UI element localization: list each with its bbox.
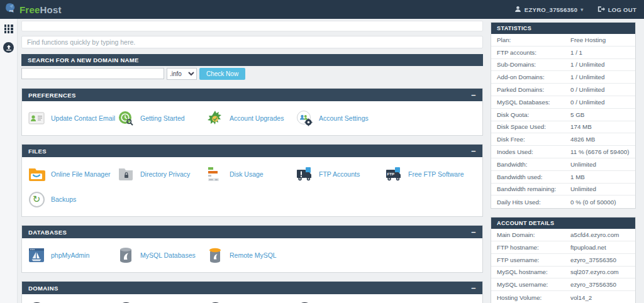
domains-panel: DOMAINS – .com + Addon Domains sub. Sub … bbox=[21, 281, 483, 303]
quick-find bbox=[21, 36, 483, 48]
item-backups[interactable]: ↻ Backups bbox=[27, 187, 116, 212]
mysql-databases-icon bbox=[116, 246, 135, 264]
tld-select[interactable]: .info bbox=[167, 68, 197, 80]
stat-row-bandwidth-used: Bandwidth used: 1 MB bbox=[491, 171, 635, 184]
brand-logo[interactable]: ro FreeHost bbox=[4, 2, 62, 18]
item-label: Update Contact Email bbox=[51, 114, 115, 122]
stat-row-addon-domains: Add-on Domains: 1 / Unlimited bbox=[491, 71, 635, 84]
stat-row-ftp-accounts: FTP accounts: 1 / 1 bbox=[491, 47, 635, 59]
stat-row-mysql-databases: MySQL Databases: 0 / Unlimited bbox=[491, 96, 635, 109]
directory-privacy-icon bbox=[116, 165, 135, 183]
detail-row-mysql-username: MySQL username: ezyro_37556350 bbox=[491, 278, 635, 291]
logout-icon bbox=[597, 6, 605, 14]
check-now-button[interactable]: Check Now bbox=[199, 68, 245, 80]
item-getting-started[interactable]: Getting Started bbox=[116, 106, 206, 131]
stat-row-plan: Plan: Free Hosting bbox=[491, 34, 635, 47]
quick-find-input[interactable] bbox=[21, 36, 483, 48]
logout-button[interactable]: LOG OUT bbox=[597, 6, 636, 14]
databases-panel: DATABASES – phpMyAdmin bbox=[21, 225, 483, 273]
backups-icon: ↻ bbox=[27, 190, 46, 208]
stat-row-bandwidth-remaining: Bandwidth remaining: Unlimited bbox=[491, 184, 635, 196]
statistics-card: STATISTICS Plan: Free Hosting FTP accoun… bbox=[491, 22, 636, 209]
collapse-icon[interactable]: – bbox=[471, 285, 476, 291]
file-manager-icon bbox=[27, 165, 46, 183]
detail-row-ftp-hostname: FTP hostname: ftpupload.net bbox=[491, 241, 635, 254]
stat-row-parked-domains: Parked Domains: 0 / Unlimited bbox=[491, 84, 635, 96]
account-details-header: ACCOUNT DETAILS bbox=[491, 218, 635, 229]
upload-icon[interactable] bbox=[3, 42, 14, 53]
disk-usage-icon bbox=[206, 165, 225, 183]
item-phpmyadmin[interactable]: phpMyAdmin bbox=[27, 243, 116, 268]
getting-started-icon bbox=[116, 109, 135, 127]
files-panel-header[interactable]: FILES – bbox=[22, 145, 482, 157]
preferences-title: PREFERENCES bbox=[28, 92, 76, 99]
stat-row-disk-quota: Disk Quota: 5 GB bbox=[491, 109, 635, 121]
svg-text:FTP: FTP bbox=[387, 172, 394, 176]
backup-arrow-glyph: ↻ bbox=[29, 192, 45, 207]
item-label: Free FTP Software bbox=[408, 170, 464, 178]
ftp-accounts-icon bbox=[295, 165, 314, 183]
user-account-menu[interactable]: EZYRO_37556350 ▾ bbox=[514, 6, 584, 14]
free-ftp-software-icon: FTP bbox=[384, 165, 403, 183]
files-panel: FILES – Online File Manager bbox=[21, 144, 483, 217]
files-title: FILES bbox=[28, 148, 47, 155]
stat-row-sub-domains: Sub-Domains: 1 / Unlimited bbox=[491, 59, 635, 72]
collapse-icon[interactable]: – bbox=[471, 148, 476, 154]
main-content: SEARCH FOR A NEW DOMAIN NAME .info Check… bbox=[21, 21, 483, 303]
item-aliases[interactable]: .com = Aliases (Parked Domains) bbox=[206, 299, 295, 303]
item-label: MySQL Databases bbox=[140, 251, 196, 259]
detail-row-hosting-volume: Hosting Volume: vol14_2 bbox=[491, 291, 635, 303]
stat-row-bandwidth: Bandwidth: Unlimited bbox=[491, 158, 635, 171]
item-update-contact-email[interactable]: Update Contact Email bbox=[27, 106, 116, 131]
detail-row-mysql-hostname: MySQL hostname: sql207.ezyro.com bbox=[491, 267, 635, 279]
databases-panel-header[interactable]: DATABASES – bbox=[22, 226, 482, 238]
stat-row-disk-space-used: Disk Space Used: 174 MB bbox=[491, 121, 635, 134]
item-label: Disk Usage bbox=[230, 170, 264, 178]
item-remote-mysql[interactable]: Remote MySQL bbox=[206, 243, 295, 268]
item-disk-usage[interactable]: Disk Usage bbox=[206, 162, 295, 187]
stat-row-daily-hits: Daily Hits Used: 0 % (0 of 50000) bbox=[491, 196, 635, 208]
detail-row-main-domain: Main Domain: a5cfd4.ezyro.com bbox=[491, 229, 635, 241]
item-addon-domains[interactable]: .com + Addon Domains bbox=[27, 299, 116, 303]
item-account-settings[interactable]: Account Settings bbox=[295, 106, 384, 131]
item-label: Getting Started bbox=[140, 114, 185, 122]
domains-title: DOMAINS bbox=[28, 285, 58, 292]
item-label: phpMyAdmin bbox=[51, 251, 89, 259]
item-redirects[interactable]: .com → Redirects bbox=[295, 299, 384, 303]
top-header-bar: ro FreeHost EZYRO_37556350 ▾ bbox=[0, 0, 644, 19]
collapse-icon[interactable]: – bbox=[471, 229, 476, 235]
domain-search-form: .info Check Now bbox=[21, 67, 483, 80]
brand-text-host: Host bbox=[40, 4, 62, 15]
detail-row-ftp-username: FTP username: ezyro_37556350 bbox=[491, 254, 635, 267]
item-online-file-manager[interactable]: Online File Manager bbox=[27, 162, 116, 187]
databases-title: DATABASES bbox=[28, 229, 67, 236]
contact-email-icon bbox=[27, 109, 46, 127]
account-upgrades-icon bbox=[206, 109, 225, 127]
item-sub-domains[interactable]: sub. Sub Domains bbox=[116, 299, 206, 303]
item-ftp-accounts[interactable]: FTP Accounts bbox=[295, 162, 384, 187]
left-icon-rail bbox=[0, 19, 18, 303]
username-label: EZYRO_37556350 bbox=[525, 6, 577, 13]
item-account-upgrades[interactable]: Account Upgrades bbox=[206, 106, 295, 131]
banner-placeholder bbox=[21, 21, 483, 31]
user-icon bbox=[514, 6, 521, 14]
preferences-panel-header[interactable]: PREFERENCES – bbox=[22, 89, 482, 101]
remote-mysql-icon bbox=[206, 246, 225, 264]
account-settings-icon bbox=[295, 109, 314, 127]
item-label: Online File Manager bbox=[51, 170, 111, 178]
phpmyadmin-icon bbox=[27, 246, 46, 264]
brand-text-free: Free bbox=[19, 4, 40, 15]
item-label: Directory Privacy bbox=[140, 170, 190, 178]
brand-bird-icon: ro bbox=[4, 2, 17, 18]
logout-label: LOG OUT bbox=[608, 6, 636, 13]
svg-text:ro: ro bbox=[9, 8, 13, 12]
collapse-icon[interactable]: – bbox=[471, 92, 476, 98]
item-label: Remote MySQL bbox=[230, 251, 277, 259]
item-free-ftp-software[interactable]: FTP Free FTP Software bbox=[384, 162, 474, 187]
apps-grid-icon[interactable] bbox=[4, 25, 13, 33]
domain-search-input[interactable] bbox=[21, 68, 164, 79]
item-directory-privacy[interactable]: Directory Privacy bbox=[116, 162, 206, 187]
item-mysql-databases[interactable]: MySQL Databases bbox=[116, 243, 206, 268]
account-details-card: ACCOUNT DETAILS Main Domain: a5cfd4.ezyr… bbox=[491, 217, 636, 303]
domains-panel-header[interactable]: DOMAINS – bbox=[22, 282, 482, 294]
